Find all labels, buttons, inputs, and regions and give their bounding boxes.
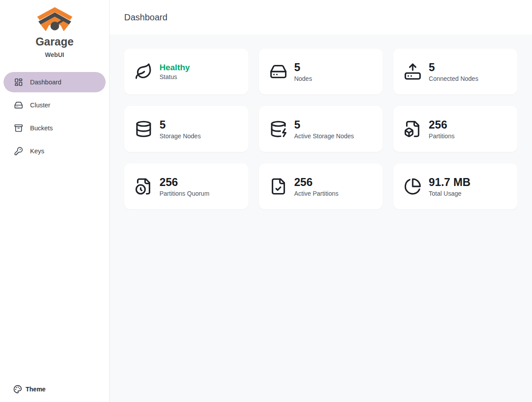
stat-card-active-storage-nodes: 5 Active Storage Nodes	[259, 106, 383, 152]
stat-text: 5 Active Storage Nodes	[294, 118, 354, 140]
theme-label: Theme	[26, 386, 46, 393]
stat-label: Total Usage	[429, 190, 470, 197]
sidebar-item-label: Buckets	[30, 125, 53, 132]
file-check-icon	[270, 178, 287, 195]
key-round-icon	[14, 147, 23, 155]
file-clock-icon	[135, 178, 152, 195]
database-zap-icon	[270, 120, 287, 138]
palette-icon	[13, 385, 22, 394]
stat-card-connected-nodes: 5 Connected Nodes	[393, 49, 517, 95]
page-header: Dashboard	[110, 0, 532, 34]
stat-label: Nodes	[294, 75, 312, 82]
stat-value: 91.7 MB	[429, 176, 470, 189]
stat-value: 5	[429, 61, 478, 74]
stat-card-partitions-quorum: 256 Partitions Quorum	[124, 163, 248, 209]
hard-drive-icon	[270, 63, 287, 80]
file-box-icon	[404, 120, 422, 138]
stat-value: 5	[160, 118, 201, 131]
sidebar-item-label: Keys	[30, 148, 44, 155]
stat-label: Partitions	[429, 133, 454, 140]
stat-card-storage-nodes: 5 Storage Nodes	[124, 106, 248, 152]
garage-logo-icon	[36, 26, 73, 34]
app-subtitle: WebUI	[0, 51, 109, 58]
stat-label: Status	[160, 73, 190, 80]
stat-value: 256	[429, 118, 454, 131]
stat-card-status: Healthy Status	[124, 49, 248, 95]
sidebar-item-buckets[interactable]: Buckets	[4, 118, 106, 138]
stat-text: 256 Active Partitions	[294, 176, 338, 197]
sidebar-item-keys[interactable]: Keys	[4, 141, 106, 161]
content-area: Healthy Status 5 Nodes	[110, 34, 532, 402]
sidebar-nav: Dashboard Cluster Buckets Keys	[0, 72, 109, 161]
stat-value: 256	[160, 176, 209, 189]
stat-text: 5 Nodes	[294, 61, 312, 82]
sidebar-spacer	[0, 161, 109, 385]
page-title: Dashboard	[124, 12, 167, 23]
pie-chart-icon	[404, 178, 422, 195]
stat-label: Active Storage Nodes	[294, 133, 354, 140]
stat-value: 256	[294, 176, 338, 189]
database-icon	[135, 120, 152, 138]
theme-button[interactable]: Theme	[13, 385, 109, 394]
stat-label: Storage Nodes	[160, 133, 201, 140]
archive-icon	[14, 124, 23, 133]
stat-card-active-partitions: 256 Active Partitions	[259, 163, 383, 209]
stat-text: 91.7 MB Total Usage	[429, 176, 470, 197]
stat-text: 5 Connected Nodes	[429, 61, 478, 82]
stat-value: 5	[294, 118, 354, 131]
stat-label: Connected Nodes	[429, 75, 478, 82]
stat-card-nodes: 5 Nodes	[259, 49, 383, 95]
stat-card-grid: Healthy Status 5 Nodes	[124, 49, 517, 209]
hard-drive-icon	[14, 101, 23, 110]
sidebar-item-dashboard[interactable]: Dashboard	[4, 72, 106, 92]
stat-value: 5	[294, 61, 312, 74]
stat-text: 256 Partitions Quorum	[160, 176, 209, 197]
leaf-icon	[135, 63, 152, 80]
stat-card-total-usage: 91.7 MB Total Usage	[393, 163, 517, 209]
app-name: Garage	[0, 35, 109, 48]
stat-card-partitions: 256 Partitions	[393, 106, 517, 152]
layout-dashboard-icon	[14, 78, 23, 87]
sidebar: Garage WebUI Dashboard Cluster Buckets	[0, 0, 110, 402]
stat-text: 5 Storage Nodes	[160, 118, 201, 140]
stat-text: 256 Partitions	[429, 118, 454, 140]
stat-label: Partitions Quorum	[160, 190, 209, 197]
main-area: Dashboard Healthy Status 5	[110, 0, 532, 402]
stat-value: Healthy	[160, 63, 190, 72]
sidebar-item-label: Dashboard	[30, 79, 61, 86]
hard-drive-upload-icon	[404, 63, 422, 80]
brand: Garage WebUI	[0, 0, 109, 58]
stat-text: Healthy Status	[160, 63, 190, 81]
stat-label: Active Partitions	[294, 190, 338, 197]
sidebar-item-cluster[interactable]: Cluster	[4, 95, 106, 115]
sidebar-item-label: Cluster	[30, 102, 50, 109]
